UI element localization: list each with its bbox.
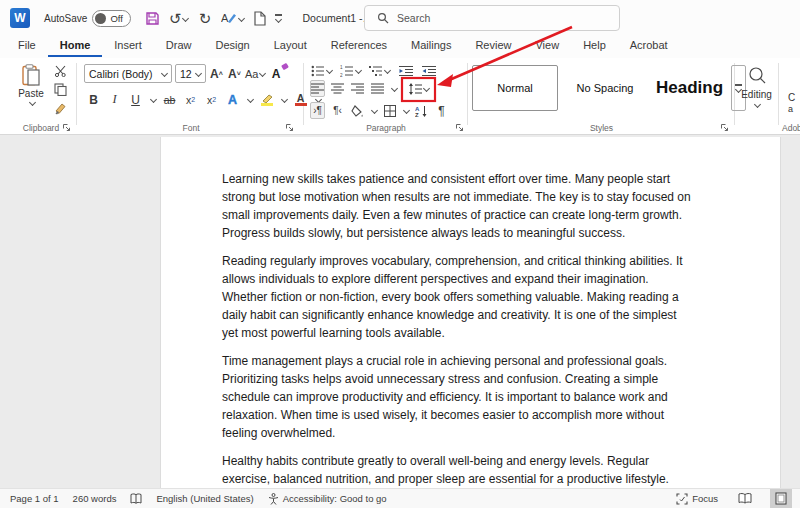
language-indicator[interactable]: English (United States): [156, 493, 253, 504]
clipboard-dialog-launcher-icon[interactable]: [62, 123, 71, 132]
multilevel-list-button[interactable]: [369, 62, 390, 79]
borders-button[interactable]: [382, 102, 397, 119]
focus-icon: [676, 493, 688, 505]
justify-chevron-icon[interactable]: [391, 85, 398, 92]
show-formatting-marks-button[interactable]: ¶: [434, 102, 449, 119]
grow-font-button[interactable]: A˄: [209, 65, 224, 82]
line-spacing-button[interactable]: [408, 80, 429, 97]
ltr-direction-button[interactable]: ›¶: [310, 102, 325, 119]
tab-mailings[interactable]: Mailings: [399, 36, 463, 55]
format-painter-icon[interactable]: [54, 102, 67, 115]
font-name-value: Calibri (Body): [89, 68, 153, 80]
proofing-icon[interactable]: [130, 493, 142, 505]
ribbon-tab-bar: File Home Insert Draw Design Layout Refe…: [0, 36, 800, 58]
redo-icon[interactable]: ↻: [197, 10, 212, 27]
autosave-state: Off: [110, 13, 123, 24]
autosave-toggle[interactable]: Off: [92, 10, 131, 27]
paragraph-group-label: Paragraph: [306, 123, 466, 133]
tab-draw[interactable]: Draw: [154, 36, 204, 55]
editor-pen-icon[interactable]: A: [221, 10, 244, 27]
search-placeholder: Search: [397, 12, 430, 24]
paste-button[interactable]: Paste: [14, 64, 48, 120]
tab-help[interactable]: Help: [571, 36, 618, 55]
shading-button[interactable]: [350, 102, 365, 119]
search-input[interactable]: Search: [364, 5, 620, 31]
autosave-control[interactable]: AutoSave Off: [44, 10, 131, 27]
borders-chevron-icon[interactable]: [403, 107, 410, 114]
adobe-clipped-text-1: C: [788, 92, 795, 103]
superscript-button[interactable]: x2: [204, 91, 219, 108]
document-text[interactable]: Learning new skills takes patience and c…: [222, 170, 696, 508]
justify-button[interactable]: [370, 80, 385, 97]
tab-acrobat[interactable]: Acrobat: [618, 36, 680, 55]
style-heading[interactable]: Heading: [652, 65, 727, 111]
font-size-combo[interactable]: 12: [175, 64, 206, 83]
paragraph-2[interactable]: Reading regularly improves vocabulary, c…: [222, 252, 696, 342]
underline-button[interactable]: U: [128, 91, 143, 108]
style-normal[interactable]: Normal: [472, 65, 558, 111]
clear-formatting-button[interactable]: A: [268, 65, 283, 82]
styles-dialog-launcher-icon[interactable]: [720, 123, 729, 132]
tab-home[interactable]: Home: [48, 36, 103, 57]
numbering-button[interactable]: 12: [340, 62, 361, 79]
text-effects-button[interactable]: A: [225, 91, 240, 108]
quick-access-toolbar: ↺ ↻ A: [145, 10, 283, 27]
adobe-group-label: Adob: [782, 123, 800, 133]
adobe-group-clipped[interactable]: C a Adob: [781, 58, 800, 135]
shrink-font-button[interactable]: A˅: [227, 65, 242, 82]
autosave-label: AutoSave: [44, 13, 87, 24]
paragraph-3[interactable]: Time management plays a crucial role in …: [222, 352, 696, 442]
word-count[interactable]: 260 words: [73, 493, 117, 504]
cut-icon[interactable]: [54, 65, 67, 77]
editing-group[interactable]: Editing: [737, 58, 776, 135]
tab-insert[interactable]: Insert: [102, 36, 154, 55]
highlight-chevron-icon[interactable]: [281, 96, 288, 103]
customize-qat-icon[interactable]: [275, 14, 282, 21]
tab-view[interactable]: View: [523, 36, 571, 55]
document-title[interactable]: Document1 -…: [302, 12, 373, 24]
font-name-combo[interactable]: Calibri (Body): [84, 64, 172, 83]
tab-design[interactable]: Design: [203, 36, 261, 55]
tab-file[interactable]: File: [6, 36, 48, 55]
bullets-button[interactable]: [311, 62, 332, 79]
subscript-button[interactable]: x2: [183, 91, 198, 108]
strikethrough-button[interactable]: ab: [162, 91, 177, 108]
rtl-direction-button[interactable]: ¶‹: [330, 102, 345, 119]
undo-icon[interactable]: ↺: [169, 10, 189, 27]
new-document-icon[interactable]: [253, 11, 266, 26]
document-page[interactable]: Learning new skills takes patience and c…: [160, 137, 781, 488]
align-left-button[interactable]: [310, 80, 325, 97]
text-effects-chevron-icon[interactable]: [247, 96, 254, 103]
font-dialog-launcher-icon[interactable]: [285, 123, 294, 132]
accessibility-status[interactable]: Accessibility: Good to go: [268, 493, 387, 505]
sort-z: Z: [415, 112, 419, 117]
paragraph-dialog-launcher-icon[interactable]: [455, 123, 464, 132]
align-center-button[interactable]: [330, 80, 345, 97]
print-layout-button[interactable]: [770, 489, 792, 508]
adobe-clipped-text-2: a: [788, 104, 793, 114]
shading-chevron-icon[interactable]: [371, 107, 378, 114]
increase-indent-button[interactable]: [421, 62, 436, 79]
focus-mode-button[interactable]: Focus: [676, 493, 718, 505]
editing-label: Editing: [741, 89, 772, 100]
document-area: Learning new skills takes patience and c…: [0, 135, 800, 488]
bold-button[interactable]: B: [86, 91, 101, 108]
title-bar: W AutoSave Off ↺ ↻ A Document1 -… Search: [0, 0, 800, 36]
sort-button[interactable]: AZ: [414, 102, 429, 119]
change-case-button[interactable]: Aa: [245, 65, 265, 82]
paragraph-1[interactable]: Learning new skills takes patience and c…: [222, 170, 696, 242]
copy-icon[interactable]: [54, 83, 67, 96]
highlight-button[interactable]: [259, 91, 274, 108]
tab-review[interactable]: Review: [463, 36, 523, 55]
save-icon[interactable]: [145, 11, 160, 26]
page-indicator[interactable]: Page 1 of 1: [10, 493, 59, 504]
tab-layout[interactable]: Layout: [262, 36, 319, 55]
italic-button[interactable]: I: [107, 91, 122, 108]
align-right-button[interactable]: [350, 80, 365, 97]
decrease-indent-button[interactable]: [398, 62, 413, 79]
underline-chevron-icon[interactable]: [150, 96, 157, 103]
toggle-knob: [95, 13, 106, 24]
read-mode-button[interactable]: [734, 489, 756, 508]
style-no-spacing[interactable]: No Spacing: [562, 65, 648, 111]
tab-references[interactable]: References: [319, 36, 399, 55]
